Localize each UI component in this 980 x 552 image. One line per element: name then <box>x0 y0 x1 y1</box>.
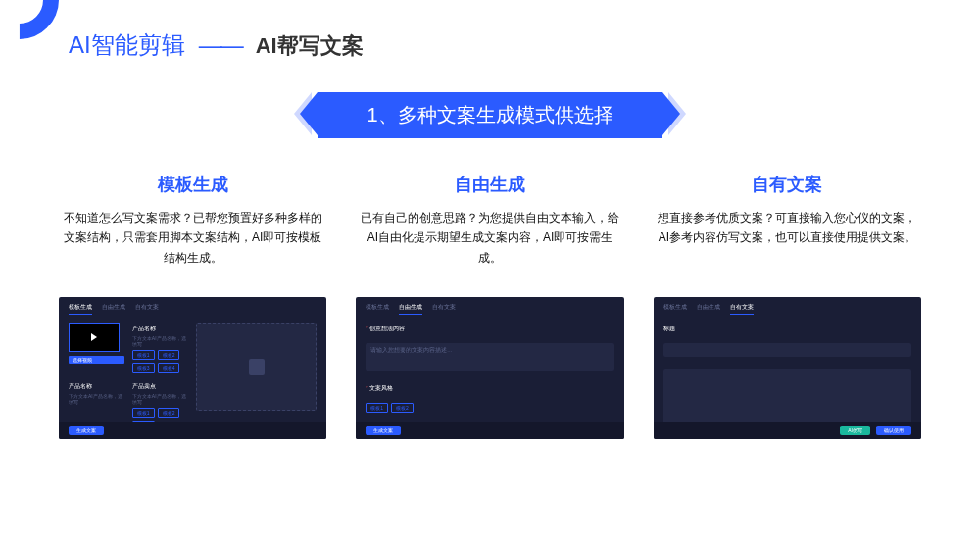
ai-rewrite-button: AI仿写 <box>840 426 870 435</box>
label-title: 标题 <box>663 325 911 333</box>
footer-bar: 生成文案 <box>356 422 623 439</box>
label-product-name: 产品名称 <box>69 382 124 391</box>
ui-tabs: 模板生成 自由生成 自有文案 <box>59 297 326 319</box>
label-sub: 下方文本AI产品名称，选填写 <box>69 393 124 405</box>
upload-panel <box>196 323 318 411</box>
tab-free: 自由生成 <box>102 303 125 315</box>
label-product-selling: 产品卖点 <box>132 382 188 391</box>
title-input <box>663 343 911 357</box>
tab-template: 模板生成 <box>69 303 92 315</box>
screenshot-template-mode: 模板生成 自由生成 自有文案 选择视频 产品名称 下方文本AI产品名称，选填写 … <box>59 297 326 439</box>
footer-bar: 生成文案 <box>59 422 326 439</box>
chip: 模板1 <box>132 408 155 418</box>
ui-tabs: 模板生成 自由生成 自有文案 <box>654 297 921 319</box>
label-sub: 下方文本AI产品名称，选填写 <box>132 393 188 405</box>
card-desc: 想直接参考优质文案？可直接输入您心仪的文案，AI参考内容仿写文案，也可以直接使用… <box>654 208 921 248</box>
play-icon <box>91 333 97 341</box>
chip: 模板3 <box>132 363 155 373</box>
tab-template: 模板生成 <box>663 303 687 315</box>
card-title: 自由生成 <box>356 173 623 196</box>
banner-wrap: 1、多种文案生成模式供选择 <box>0 92 980 138</box>
generate-button: 生成文案 <box>69 426 104 435</box>
tab-own: 自有文案 <box>432 303 456 315</box>
tab-template: 模板生成 <box>366 303 389 315</box>
tab-free: 自由生成 <box>399 303 422 315</box>
select-video-chip: 选择视频 <box>69 356 124 364</box>
page-header: AI智能剪辑 —— AI帮写文案 <box>0 0 980 61</box>
footer-bar: AI仿写 确认使用 <box>654 422 921 439</box>
video-thumb <box>69 323 120 352</box>
chip: 模板4 <box>158 363 180 373</box>
card-desc: 不知道怎么写文案需求？已帮您预置好多种多样的文案结构，只需套用脚本文案结构，AI… <box>59 208 326 268</box>
label-idea: 创意想法内容 <box>369 326 405 331</box>
confirm-button: 确认使用 <box>876 426 911 435</box>
card-own: 自有文案 想直接参考优质文案？可直接输入您心仪的文案，AI参考内容仿写文案，也可… <box>654 173 921 268</box>
idea-textarea: 请输入您想要的文案内容描述... <box>366 343 613 371</box>
cards-row: 模板生成 不知道怎么写文案需求？已帮您预置好多种多样的文案结构，只需套用脚本文案… <box>0 173 980 268</box>
chip: 模板2 <box>158 350 180 360</box>
card-free: 自由生成 已有自己的创意思路？为您提供自由文本输入，给AI自由化提示期望生成文案… <box>356 173 623 268</box>
ui-tabs: 模板生成 自由生成 自有文案 <box>356 297 623 319</box>
header-title-main: AI智能剪辑 <box>69 29 185 61</box>
card-title: 模板生成 <box>59 173 326 196</box>
chip: 模板2 <box>391 403 414 413</box>
chip: 模板1 <box>132 350 155 360</box>
tab-own: 自有文案 <box>135 303 159 315</box>
tab-free: 自由生成 <box>697 303 720 315</box>
screenshot-own-mode: 模板生成 自由生成 自有文案 标题 AI仿写 确认使用 <box>654 297 921 439</box>
section-banner: 1、多种文案生成模式供选择 <box>318 92 662 138</box>
screenshots-row: 模板生成 自由生成 自有文案 选择视频 产品名称 下方文本AI产品名称，选填写 … <box>0 297 980 439</box>
chip: 模板2 <box>158 408 180 418</box>
screenshot-free-mode: 模板生成 自由生成 自有文案 * 创意想法内容 请输入您想要的文案内容描述...… <box>356 297 623 439</box>
label-style: 文案风格 <box>369 385 393 391</box>
label-product-name: 产品名称 <box>132 325 188 333</box>
chip: 模板1 <box>366 403 388 413</box>
header-dash: —— <box>199 31 242 59</box>
header-title-sub: AI帮写文案 <box>256 31 364 61</box>
card-desc: 已有自己的创意思路？为您提供自由文本输入，给AI自由化提示期望生成文案内容，AI… <box>356 208 623 268</box>
upload-icon <box>249 359 265 375</box>
card-title: 自有文案 <box>654 173 921 196</box>
card-template: 模板生成 不知道怎么写文案需求？已帮您预置好多种多样的文案结构，只需套用脚本文案… <box>59 173 326 268</box>
label-sub: 下方文本AI产品名称，选填写 <box>132 335 188 347</box>
tab-own: 自有文案 <box>730 303 754 315</box>
generate-button: 生成文案 <box>366 426 401 435</box>
